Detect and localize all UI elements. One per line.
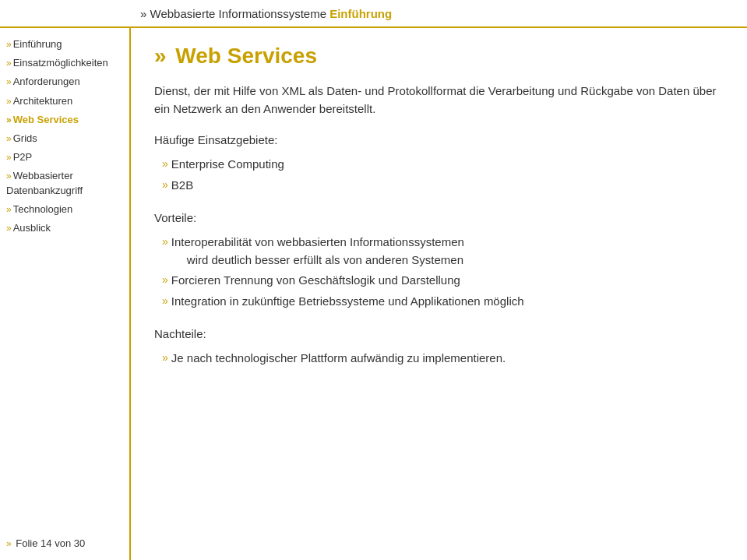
sidebar-item-p2p[interactable]: »P2P [6,149,123,166]
sidebar: »Einführung »Einsatz­möglichkeiten »Anfo… [0,28,131,560]
list-item-text: Interoperabilität von webbasierten Infor… [171,234,464,269]
bullet-icon: » [6,76,12,87]
haeufige-label: Häufige Einsatzgebiete: [154,133,724,146]
bullet-icon: » [6,204,12,215]
sidebar-item-anforderungen[interactable]: »Anforderungen [6,73,123,90]
list-item-text: B2B [171,177,193,195]
page-title: » Web Services [154,44,724,69]
list-item-text: Je nach technologischer Plattform aufwän… [171,350,506,368]
breadcrumb: » Webbasierte Informationssysteme Einfüh… [140,7,392,20]
sub-indent-text: wird deutlich besser erfüllt als von and… [187,253,463,266]
list-item-text: Forcieren Trennung von Geschäftslogik un… [171,272,460,290]
bullet-icon: » [162,350,168,366]
list-item: » Enterprise Computing [162,154,724,175]
title-text: Web Services [175,44,317,68]
sidebar-item-web-services[interactable]: »Web Services [6,111,123,129]
sidebar-item-architekturen[interactable]: »Architekturen [6,93,123,110]
list-item-text: Enterprise Computing [171,156,284,174]
list-item: » Forcieren Trennung von Geschäftslogik … [162,270,724,291]
intro-paragraph: Dienst, der mit Hilfe von XML als Daten-… [154,83,724,118]
sidebar-nav: »Einführung »Einsatz­möglichkeiten »Anfo… [6,36,123,237]
nachteile-list: » Je nach technologischer Plattform aufw… [162,348,724,369]
list-item: » Je nach technologischer Plattform aufw… [162,348,724,369]
bullet-icon: » [162,272,168,288]
content-area: » Web Services Dienst, der mit Hilfe von… [131,28,747,560]
bullet-icon: » [6,114,12,125]
vorteile-section: Vorteile: » Interoperabilität von webbas… [154,211,724,312]
bullet-icon: » [162,293,168,309]
title-bullet-icon: » [154,44,167,68]
bullet-icon: » [162,156,168,172]
bullet-icon: » [6,152,12,163]
sidebar-item-grids[interactable]: »Grids [6,130,123,147]
sidebar-item-webbasierter-datenbankzugriff[interactable]: »Webbasierter Datenbankzugriff [6,167,123,199]
sidebar-footer: » Folie 14 von 30 [6,534,123,552]
vorteile-list: » Interoperabilität von webbasierten Inf… [162,232,724,312]
sidebar-item-technologien[interactable]: »Technologien [6,201,123,218]
list-item-text: Integration in zukünftige Betriebssystem… [171,293,524,311]
breadcrumb-prefix: » Webbasierte Informationssysteme [140,7,326,20]
vorteile-label: Vorteile: [154,211,724,224]
nachteile-label: Nachteile: [154,327,724,340]
sidebar-item-einsatzmoeglichkeiten[interactable]: »Einsatz­möglichkeiten [6,55,123,72]
sidebar-item-einfuehrung[interactable]: »Einführung [6,36,123,53]
main-layout: »Einführung »Einsatz­möglichkeiten »Anfo… [0,28,747,560]
bullet-icon: » [6,58,12,69]
sidebar-item-ausblick[interactable]: »Ausblick [6,220,123,237]
bullet-icon: » [6,39,12,50]
haeufige-list: » Enterprise Computing » B2B [162,154,724,195]
bullet-icon: » [6,223,12,234]
haeufige-section: Häufige Einsatzgebiete: » Enterprise Com… [154,133,724,195]
list-item: » Interoperabilität von webbasierten Inf… [162,232,724,270]
breadcrumb-highlight: Einführung [326,7,392,20]
header: » Webbasierte Informationssysteme Einfüh… [0,0,747,28]
bullet-icon: » [6,96,12,107]
page-container: » Webbasierte Informationssysteme Einfüh… [0,0,747,560]
list-item: » Integration in zukünftige Betriebssyst… [162,291,724,312]
folio-text: Folie 14 von 30 [16,537,85,549]
bullet-icon: » [6,133,12,144]
bullet-icon: » [6,171,12,181]
bullet-icon: » [162,234,168,250]
bullet-icon: » [6,538,12,549]
nachteile-section: Nachteile: » Je nach technologischer Pla… [154,327,724,369]
list-item: » B2B [162,175,724,196]
bullet-icon: » [162,177,168,193]
